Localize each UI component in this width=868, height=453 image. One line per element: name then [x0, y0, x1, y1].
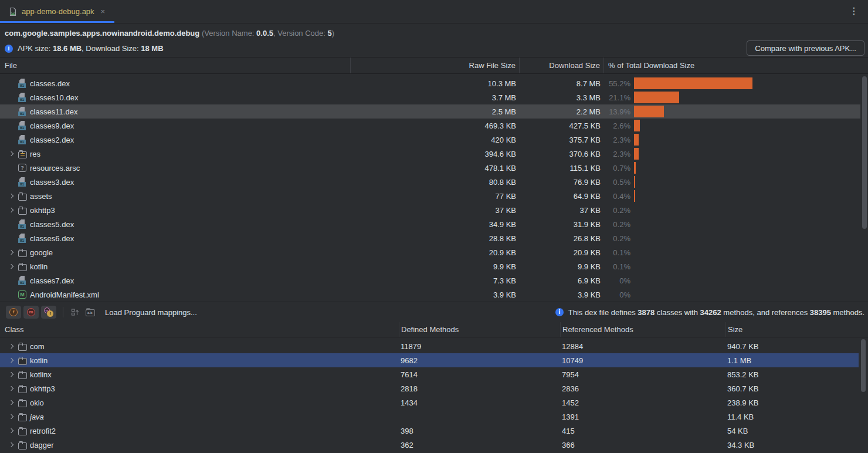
- chevron-right-icon[interactable]: [7, 356, 16, 365]
- file-name: kotlin: [30, 262, 48, 271]
- info-icon: i: [5, 45, 13, 53]
- file-table-row[interactable]: okhttp3 37 KB 37 KB 0.2%: [0, 203, 860, 217]
- file-table-row[interactable]: res 394.6 KB 370.6 KB 2.3%: [0, 147, 860, 161]
- load-proguard-mappings-label[interactable]: Load Proguard mappings...: [105, 308, 197, 317]
- file-table-row[interactable]: 01 classes6.dex 28.8 KB 26.8 KB 0.2%: [0, 231, 860, 245]
- folder-icon: [16, 262, 28, 271]
- chevron-right-icon[interactable]: [7, 219, 16, 229]
- package-name: com.google.samples.apps.nowinandroid.dem…: [5, 29, 199, 38]
- chevron-right-icon[interactable]: [7, 412, 16, 421]
- file-table-row[interactable]: 01 classes11.dex 2.5 MB 2.2 MB 13.9%: [0, 104, 860, 119]
- class-table-row[interactable]: dagger 362 366 34.3 KB: [0, 438, 859, 452]
- download-size: 8.7 MB: [520, 79, 604, 88]
- show-fields-toggle[interactable]: f: [6, 306, 21, 319]
- column-header-size[interactable]: Size: [725, 322, 868, 337]
- download-size: 2.2 MB: [520, 107, 604, 116]
- folder-icon: [16, 426, 28, 435]
- defined-methods: 11879: [399, 342, 560, 351]
- tab-close-icon[interactable]: ×: [101, 7, 106, 16]
- package-name: com: [30, 342, 45, 351]
- class-table-row[interactable]: com 11879 12884 940.7 KB: [0, 339, 859, 353]
- file-table-row[interactable]: 01 classes9.dex 469.3 KB 427.5 KB 2.6%: [0, 119, 860, 133]
- chevron-right-icon[interactable]: [7, 342, 16, 351]
- class-table-row[interactable]: retrofit2 398 415 54 KB: [0, 424, 859, 438]
- download-size: 3.3 MB: [520, 93, 604, 102]
- active-tab-underline: [0, 21, 114, 23]
- class-table-row[interactable]: okhttp3 2818 2836 360.7 KB: [0, 381, 859, 395]
- expand-tree-icon[interactable]: [70, 307, 80, 317]
- chevron-right-icon[interactable]: [7, 107, 16, 116]
- file-table-row[interactable]: 01 classes.dex 10.3 MB 8.7 MB 55.2%: [0, 76, 860, 90]
- class-table-row[interactable]: kotlinx 7614 7954 853.2 KB: [0, 367, 859, 381]
- chevron-right-icon[interactable]: [7, 135, 16, 144]
- file-table-row[interactable]: 01 classes3.dex 80.8 KB 76.9 KB 0.5%: [0, 175, 860, 189]
- chevron-right-icon[interactable]: [7, 191, 16, 201]
- kebab-menu-icon[interactable]: ⋮: [849, 5, 859, 16]
- chevron-right-icon[interactable]: [7, 121, 16, 130]
- chevron-right-icon[interactable]: [7, 276, 16, 285]
- column-header-raw-size[interactable]: Raw File Size: [351, 58, 520, 73]
- tab-apk-file[interactable]: app-demo-debug.apk ×: [0, 0, 114, 23]
- file-table-row[interactable]: ? resources.arsc 478.1 KB 115.1 KB 0.7%: [0, 161, 860, 175]
- column-header-defined-methods[interactable]: Defined Methods: [399, 322, 560, 337]
- file-name: res: [30, 150, 40, 158]
- show-methods-toggle[interactable]: m: [23, 306, 39, 319]
- version-name: 0.0.5: [256, 29, 273, 38]
- raw-file-size: 80.8 KB: [351, 178, 520, 187]
- chevron-right-icon[interactable]: [7, 370, 16, 379]
- column-header-class[interactable]: Class: [0, 322, 399, 337]
- class-table-row[interactable]: java 1391 11.4 KB: [0, 410, 859, 424]
- download-size: 9.9 KB: [520, 262, 604, 271]
- class-table-row[interactable]: okio 1434 1452 238.9 KB: [0, 395, 859, 410]
- file-table-row[interactable]: assets 77 KB 64.9 KB 0.4%: [0, 189, 860, 203]
- column-header-download-size[interactable]: Download Size: [520, 58, 604, 73]
- chevron-right-icon[interactable]: [7, 426, 16, 435]
- class-table-row[interactable]: kotlin 9682 10749 1.1 MB: [0, 353, 859, 367]
- package-name: retrofit2: [30, 427, 56, 435]
- tab-label: app-demo-debug.apk: [22, 7, 94, 16]
- file-table-row[interactable]: M AndroidManifest.xml 3.9 KB 3.9 KB 0%: [0, 288, 860, 302]
- file-table-row[interactable]: kotlin 9.9 KB 9.9 KB 0.1%: [0, 259, 860, 273]
- folder-icon: [16, 370, 28, 379]
- column-header-referenced-methods[interactable]: Referenced Methods: [560, 322, 725, 337]
- chevron-right-icon[interactable]: [7, 93, 16, 102]
- chevron-right-icon[interactable]: [7, 290, 16, 299]
- raw-file-size: 28.8 KB: [351, 234, 520, 243]
- column-header-percent[interactable]: % of Total Download Size: [604, 58, 868, 73]
- compare-apk-button[interactable]: Compare with previous APK...: [747, 40, 864, 56]
- percent-label: 55.2%: [604, 79, 630, 88]
- chevron-right-icon[interactable]: [7, 248, 16, 257]
- folder-icon: [16, 356, 28, 365]
- defined-methods-count: 34262: [700, 308, 721, 317]
- chevron-right-icon[interactable]: [7, 262, 16, 271]
- file-table-row[interactable]: 01 classes7.dex 7.3 KB 6.9 KB 0%: [0, 273, 860, 288]
- chevron-right-icon[interactable]: [7, 398, 16, 407]
- column-header-file[interactable]: File: [0, 58, 351, 73]
- file-table-row[interactable]: 01 classes5.dex 34.9 KB 31.9 KB 0.2%: [0, 217, 860, 231]
- chevron-right-icon[interactable]: [7, 440, 16, 449]
- percent-bar: [634, 77, 752, 89]
- file-table-row[interactable]: google 20.9 KB 20.9 KB 0.1%: [0, 245, 860, 259]
- class-table-scrollbar[interactable]: [861, 339, 866, 392]
- file-name: classes11.dex: [30, 107, 77, 116]
- chevron-right-icon[interactable]: [7, 149, 16, 158]
- chevron-right-icon[interactable]: [7, 79, 16, 88]
- proguard-mapping-folder-icon[interactable]: a.b: [85, 307, 96, 317]
- chevron-right-icon[interactable]: [7, 177, 16, 187]
- download-size: 427.5 KB: [520, 121, 604, 130]
- file-table-row[interactable]: 01 classes2.dex 420 KB 375.7 KB 2.3%: [0, 133, 860, 147]
- percent-bar: [634, 106, 664, 117]
- chevron-right-icon[interactable]: [7, 205, 16, 215]
- file-table-scrollbar[interactable]: [862, 76, 867, 229]
- chevron-right-icon[interactable]: [7, 234, 16, 243]
- defined-methods: 1434: [399, 398, 560, 407]
- show-referenced-toggle[interactable]: m f: [41, 306, 56, 319]
- chevron-right-icon[interactable]: [7, 384, 16, 393]
- chevron-right-icon[interactable]: [7, 163, 16, 173]
- percent-bar: [634, 92, 679, 103]
- file-table-row[interactable]: 01 classes10.dex 3.7 MB 3.3 MB 21.1%: [0, 90, 860, 104]
- package-name: okio: [30, 398, 44, 407]
- package-size: 11.4 KB: [725, 413, 859, 421]
- dex-toolbar: f m m f a.b Load Proguard mappings... i …: [0, 302, 868, 322]
- download-size: 76.9 KB: [520, 178, 604, 187]
